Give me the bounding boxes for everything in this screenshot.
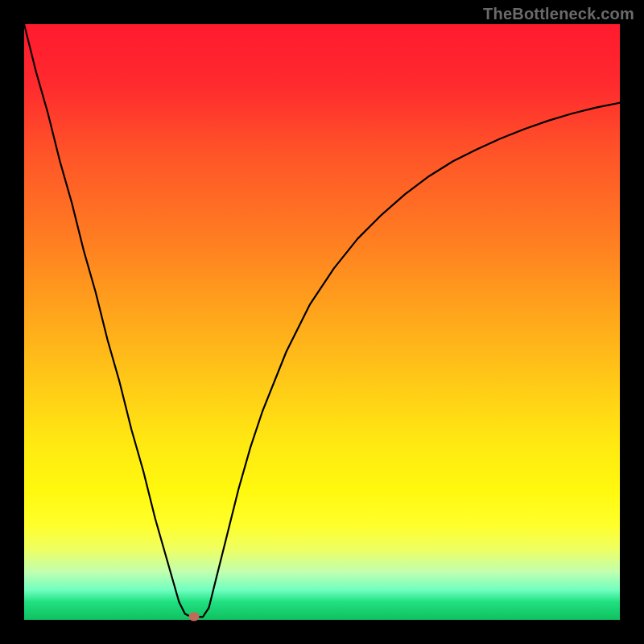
chart-container: TheBottleneck.com xyxy=(0,0,644,644)
minimum-marker xyxy=(188,613,199,621)
attribution-text: TheBottleneck.com xyxy=(483,5,634,23)
plot-area xyxy=(24,24,620,620)
bottleneck-curve xyxy=(24,24,620,620)
